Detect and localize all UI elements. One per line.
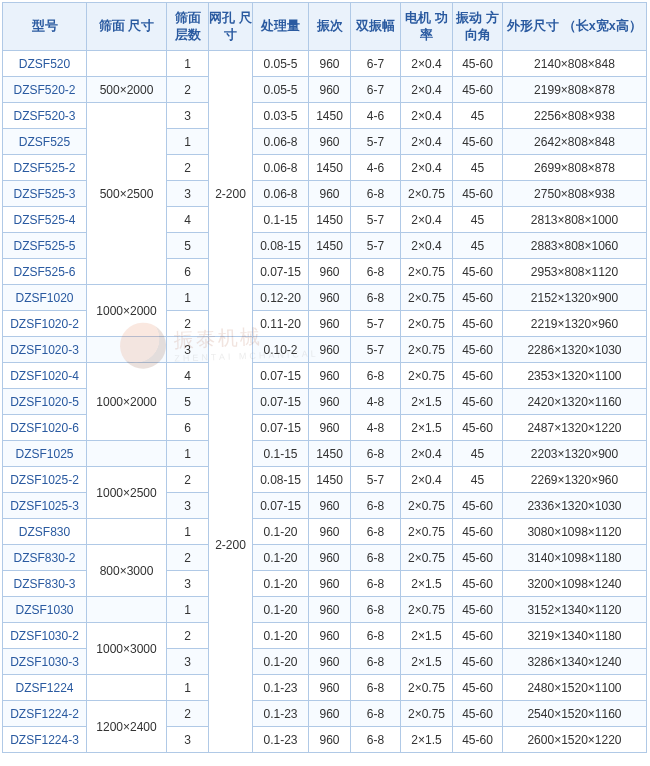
cell-motor: 2×0.75 (401, 337, 453, 363)
cell-layers: 2 (167, 77, 209, 103)
cell-layers: 3 (167, 103, 209, 129)
cell-model: DZSF525-4 (3, 207, 87, 233)
cell-amplitude: 6-8 (351, 597, 401, 623)
cell-amplitude: 6-8 (351, 571, 401, 597)
cell-amplitude: 5-7 (351, 311, 401, 337)
cell-layers: 2 (167, 545, 209, 571)
cell-angle: 45-60 (453, 675, 503, 701)
cell-motor: 2×0.4 (401, 441, 453, 467)
cell-model: DZSF525-3 (3, 181, 87, 207)
cell-angle: 45-60 (453, 623, 503, 649)
cell-freq: 1450 (309, 441, 351, 467)
cell-model: DZSF1020-3 (3, 337, 87, 363)
cell-amplitude: 6-8 (351, 259, 401, 285)
cell-motor: 2×0.75 (401, 363, 453, 389)
cell-screen-size: 1000×2500 (87, 467, 167, 519)
cell-amplitude: 5-7 (351, 207, 401, 233)
cell-capacity: 0.08-15 (253, 467, 309, 493)
cell-amplitude: 6-8 (351, 675, 401, 701)
cell-model: DZSF1020-4 (3, 363, 87, 389)
cell-model: DZSF1025 (3, 441, 87, 467)
cell-screen-size (87, 519, 167, 545)
cell-capacity: 0.06-8 (253, 155, 309, 181)
cell-dimensions: 2269×1320×960 (503, 467, 647, 493)
cell-freq: 960 (309, 285, 351, 311)
table-row: DZSF520-2500×200020.05-59606-72×0.445-60… (3, 77, 647, 103)
cell-motor: 2×0.75 (401, 701, 453, 727)
cell-amplitude: 6-7 (351, 51, 401, 77)
table-row: DZSF1025-21000×250020.08-1514505-72×0.44… (3, 467, 647, 493)
cell-amplitude: 6-8 (351, 623, 401, 649)
cell-dimensions: 2480×1520×1100 (503, 675, 647, 701)
cell-model: DZSF1030-2 (3, 623, 87, 649)
cell-angle: 45-60 (453, 181, 503, 207)
cell-capacity: 0.1-20 (253, 571, 309, 597)
cell-dimensions: 2140×808×848 (503, 51, 647, 77)
cell-angle: 45-60 (453, 337, 503, 363)
cell-motor: 2×0.4 (401, 467, 453, 493)
cell-motor: 2×1.5 (401, 727, 453, 753)
cell-amplitude: 6-8 (351, 181, 401, 207)
cell-motor: 2×0.75 (401, 285, 453, 311)
cell-amplitude: 4-6 (351, 103, 401, 129)
cell-layers: 6 (167, 415, 209, 441)
cell-model: DZSF520-3 (3, 103, 87, 129)
cell-motor: 2×0.75 (401, 597, 453, 623)
cell-angle: 45-60 (453, 597, 503, 623)
cell-dimensions: 2883×808×1060 (503, 233, 647, 259)
cell-motor: 2×0.75 (401, 675, 453, 701)
cell-angle: 45-60 (453, 415, 503, 441)
cell-model: DZSF830-3 (3, 571, 87, 597)
header-row: 型号 筛面 尺寸 筛面 层数 网孔 尺寸 处理量 振次 双振幅 电机 功率 振动… (3, 3, 647, 51)
cell-angle: 45-60 (453, 129, 503, 155)
cell-amplitude: 6-8 (351, 545, 401, 571)
cell-angle: 45 (453, 233, 503, 259)
cell-angle: 45-60 (453, 493, 503, 519)
spec-table: 型号 筛面 尺寸 筛面 层数 网孔 尺寸 处理量 振次 双振幅 电机 功率 振动… (2, 2, 647, 753)
cell-dimensions: 2642×808×848 (503, 129, 647, 155)
cell-screen-size: 500×2000 (87, 77, 167, 103)
cell-angle: 45-60 (453, 363, 503, 389)
cell-layers: 2 (167, 155, 209, 181)
cell-freq: 960 (309, 701, 351, 727)
cell-dimensions: 2353×1320×1100 (503, 363, 647, 389)
cell-layers: 1 (167, 51, 209, 77)
cell-freq: 960 (309, 51, 351, 77)
cell-layers: 2 (167, 467, 209, 493)
cell-angle: 45-60 (453, 701, 503, 727)
col-capacity: 处理量 (253, 3, 309, 51)
cell-screen-size (87, 51, 167, 77)
cell-capacity: 0.06-8 (253, 181, 309, 207)
cell-motor: 2×0.75 (401, 545, 453, 571)
table-row: DZSF1020-41000×200040.07-159606-82×0.754… (3, 363, 647, 389)
cell-angle: 45-60 (453, 285, 503, 311)
cell-capacity: 0.1-23 (253, 727, 309, 753)
table-row: DZSF122410.1-239606-82×0.7545-602480×152… (3, 675, 647, 701)
col-motor: 电机 功率 (401, 3, 453, 51)
cell-screen-size: 500×2500 (87, 103, 167, 285)
table-row: DZSF520-3500×250030.03-514504-62×0.44522… (3, 103, 647, 129)
cell-angle: 45 (453, 155, 503, 181)
cell-amplitude: 6-8 (351, 701, 401, 727)
cell-motor: 2×0.4 (401, 51, 453, 77)
cell-motor: 2×0.75 (401, 493, 453, 519)
col-angle: 振动 方向角 (453, 3, 503, 51)
cell-capacity: 0.1-20 (253, 649, 309, 675)
cell-amplitude: 5-7 (351, 467, 401, 493)
cell-model: DZSF520-2 (3, 77, 87, 103)
cell-amplitude: 4-8 (351, 415, 401, 441)
cell-motor: 2×1.5 (401, 389, 453, 415)
cell-dimensions: 2219×1320×960 (503, 311, 647, 337)
cell-freq: 960 (309, 181, 351, 207)
cell-amplitude: 4-6 (351, 155, 401, 181)
cell-layers: 1 (167, 285, 209, 311)
cell-capacity: 0.06-8 (253, 129, 309, 155)
cell-model: DZSF1224 (3, 675, 87, 701)
cell-layers: 2 (167, 701, 209, 727)
cell-screen-size (87, 675, 167, 701)
cell-capacity: 0.1-15 (253, 441, 309, 467)
cell-screen-size (87, 597, 167, 623)
cell-motor: 2×1.5 (401, 623, 453, 649)
table-row: DZSF830-2800×300020.1-209606-82×0.7545-6… (3, 545, 647, 571)
cell-capacity: 0.1-20 (253, 519, 309, 545)
